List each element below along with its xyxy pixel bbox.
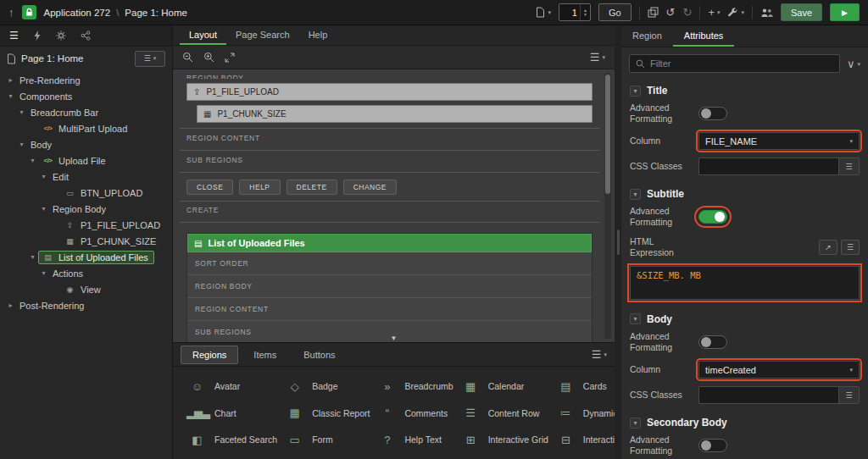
gallery-item-form[interactable]: ▭Form xyxy=(281,431,373,449)
chevron-down-icon[interactable]: ▾ xyxy=(38,173,49,180)
region-slot-region-body[interactable]: REGION BODY xyxy=(187,275,592,298)
list-icon[interactable]: ☰ xyxy=(841,240,860,255)
tree-item-breadcrumb-bar[interactable]: ▾Breadcrumb Bar xyxy=(0,104,172,120)
chevron-down-icon[interactable]: ▾ xyxy=(38,205,49,213)
layout-item-p1-file-upload[interactable]: ⇪P1_FILE_UPLOAD xyxy=(186,83,593,101)
tree-item-actions[interactable]: ▾Actions xyxy=(0,265,172,281)
title-column-select[interactable]: FILE_NAME ▾ xyxy=(698,132,860,150)
css-classes-input[interactable] xyxy=(698,386,838,404)
save-button[interactable]: Save xyxy=(781,3,822,21)
chevron-down-icon[interactable]: ▾ xyxy=(16,108,27,116)
gallery-item-calendar[interactable]: ▦Calendar xyxy=(457,378,552,395)
html-expression-textarea[interactable]: &SIZE_MB. MB xyxy=(630,266,860,300)
create-menu-button[interactable]: +▾ xyxy=(708,7,720,18)
copy-page-icon[interactable] xyxy=(648,7,659,18)
chevron-down-icon[interactable]: ▾ xyxy=(16,141,27,148)
css-classes-input[interactable] xyxy=(698,158,838,175)
tree-item-p1-chunk-size[interactable]: ▦P1_CHUNK_SIZE xyxy=(0,233,172,249)
rendering-tab-icon[interactable]: ☰ xyxy=(9,30,19,41)
chevron-down-icon[interactable]: ▾ xyxy=(630,313,641,324)
gallery-item-chart[interactable]: ▂▅▃Chart xyxy=(183,404,281,422)
gallery-item-breadcrumb[interactable]: »Breadcrumb xyxy=(373,378,456,395)
gallery-item-faceted-search[interactable]: ◧Faceted Search xyxy=(183,431,281,449)
tree-item-components[interactable]: ▾Components xyxy=(0,88,172,104)
tree-item-body[interactable]: ▾Body xyxy=(0,136,172,152)
tree-item-post-rendering[interactable]: ▸Post-Rendering xyxy=(0,297,172,313)
breadcrumb-app[interactable]: Application 272 xyxy=(44,8,111,18)
canvas-scrollbar[interactable] xyxy=(604,73,611,339)
gallery-item-comments[interactable]: “Comments xyxy=(373,404,456,422)
chevron-right-icon[interactable]: ▸ xyxy=(5,76,16,84)
tree-item-multipart-upload[interactable]: </>MultiPart Upload xyxy=(0,120,172,136)
advanced-formatting-toggle[interactable] xyxy=(698,210,727,224)
layout-menu-button[interactable]: ☰▾ xyxy=(590,52,605,63)
processing-tab-icon[interactable] xyxy=(56,30,66,41)
list-icon[interactable]: ☰ xyxy=(838,386,860,404)
scroll-down-icon[interactable]: ▼ xyxy=(391,335,398,342)
page-finder-icon[interactable]: ▾ xyxy=(536,7,551,18)
layout-button-change[interactable]: CHANGE xyxy=(343,180,397,195)
advanced-formatting-toggle[interactable] xyxy=(698,107,727,120)
region-slot-sub-regions[interactable]: SUB REGIONS xyxy=(187,321,592,342)
tab-layout[interactable]: Layout xyxy=(180,26,226,45)
layout-button-close[interactable]: CLOSE xyxy=(186,180,233,195)
panel-splitter[interactable] xyxy=(615,25,621,459)
section-title-header[interactable]: ▾ Title xyxy=(630,80,860,102)
gallery-item-help-text[interactable]: ?Help Text xyxy=(373,431,456,449)
tab-buttons[interactable]: Buttons xyxy=(292,346,347,364)
tree-item-p1-file-upload[interactable]: ⇪P1_FILE_UPLOAD xyxy=(0,217,172,233)
tab-regions[interactable]: Regions xyxy=(181,346,238,364)
scrollbar-thumb[interactable] xyxy=(605,75,610,194)
gallery-item-classic-report[interactable]: ▦Classic Report xyxy=(281,404,373,422)
list-icon[interactable]: ☰ xyxy=(838,158,860,175)
zoom-in-icon[interactable] xyxy=(203,52,214,63)
tree-item-view[interactable]: ◉View xyxy=(0,281,172,297)
collapse-all-icon[interactable]: ∨▾ xyxy=(847,58,860,69)
tree-item-btn-upload[interactable]: ▭BTN_UPLOAD xyxy=(0,185,172,201)
chevron-down-icon[interactable]: ▾ xyxy=(630,189,641,200)
tab-help[interactable]: Help xyxy=(299,26,337,45)
advanced-formatting-toggle[interactable] xyxy=(698,335,727,349)
chevron-down-icon[interactable]: ▾ xyxy=(630,418,641,429)
chevron-down-icon[interactable]: ▾ xyxy=(27,253,38,261)
chevron-down-icon[interactable]: ▾ xyxy=(630,86,641,97)
region-body-zone[interactable]: REGION BODY ⇪P1_FILE_UPLOAD▦P1_CHUNK_SIZ… xyxy=(180,69,599,129)
dynamic-actions-tab-icon[interactable] xyxy=(33,30,42,41)
body-column-select[interactable]: timeCreated ▾ xyxy=(698,361,860,379)
region-slot-region-content[interactable]: REGION CONTENT xyxy=(187,298,592,321)
create-zone[interactable]: CREATE xyxy=(180,202,599,223)
layout-item-p1-chunk-size[interactable]: ▦P1_CHUNK_SIZE xyxy=(197,105,593,123)
page-number-input[interactable] xyxy=(559,4,580,20)
canvas-buttons-zone[interactable]: CLOSEHELPDELETECHANGE xyxy=(180,174,599,202)
chevron-down-icon[interactable]: ▾ xyxy=(5,92,16,100)
tree-item-edit[interactable]: ▾Edit xyxy=(0,169,172,185)
undo-icon[interactable]: ↺ xyxy=(666,7,676,18)
tab-region[interactable]: Region xyxy=(621,25,673,47)
tab-page-search[interactable]: Page Search xyxy=(226,26,299,45)
region-list-of-uploaded-files[interactable]: ▤ List of Uploaded Files SORT ORDERREGIO… xyxy=(186,233,593,342)
run-button[interactable]: ▶ xyxy=(830,3,860,21)
gallery-item-content-row[interactable]: ☰Content Row xyxy=(457,404,552,422)
advanced-formatting-toggle[interactable] xyxy=(698,439,727,452)
redo-icon[interactable]: ↻ xyxy=(682,7,692,18)
layout-button-delete[interactable]: DELETE xyxy=(287,180,337,195)
zoom-out-icon[interactable] xyxy=(182,52,193,63)
tree-item-pre-rendering[interactable]: ▸Pre-Rendering xyxy=(0,72,172,88)
gallery-item-badge[interactable]: ◇Badge xyxy=(281,378,373,395)
tree-menu-button[interactable]: ☰▾ xyxy=(135,51,165,67)
region-content-zone[interactable]: REGION CONTENT xyxy=(180,130,599,151)
tab-attributes[interactable]: Attributes xyxy=(673,25,734,47)
region-header[interactable]: ▤ List of Uploaded Files xyxy=(187,234,592,252)
sub-regions-zone[interactable]: SUB REGIONS xyxy=(180,152,599,173)
tree-item-list-of-uploaded-files[interactable]: ▾▤List of Uploaded Files xyxy=(0,249,172,265)
section-subtitle-header[interactable]: ▾ Subtitle xyxy=(630,183,860,206)
chevron-down-icon[interactable]: ▾ xyxy=(38,269,49,277)
filter-input[interactable] xyxy=(650,58,833,69)
app-lock-icon[interactable] xyxy=(22,5,36,19)
chevron-down-icon[interactable]: ▾ xyxy=(27,157,38,164)
layout-button-help[interactable]: HELP xyxy=(239,180,280,195)
section-body-header[interactable]: ▾ Body xyxy=(630,308,860,331)
shared-components-tab-icon[interactable] xyxy=(81,30,91,41)
region-slot-sort-order[interactable]: SORT ORDER xyxy=(187,252,592,275)
go-button[interactable]: Go xyxy=(598,3,632,21)
